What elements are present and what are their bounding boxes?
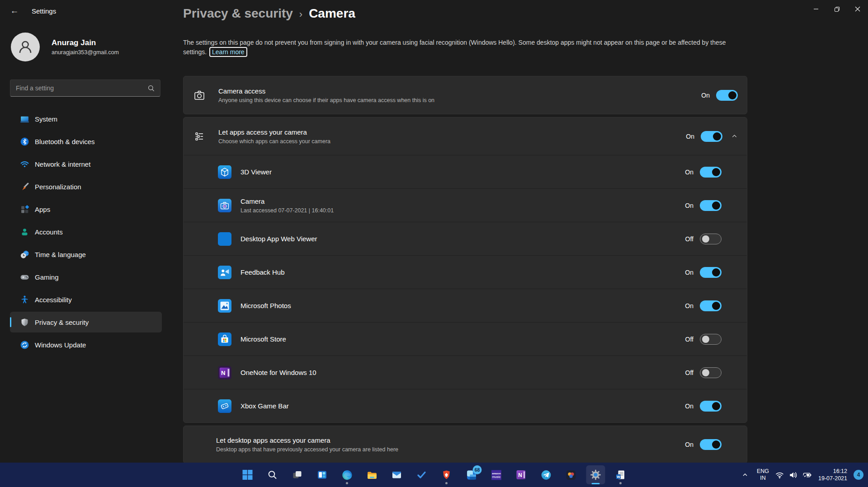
notification-count-badge: 68 [473, 465, 482, 474]
page-title: Camera [309, 6, 355, 21]
app-state: Off [685, 369, 693, 376]
widgets-icon [317, 469, 328, 480]
camera-access-card: Camera access Anyone using this device c… [183, 76, 747, 114]
edge-icon[interactable] [341, 469, 353, 481]
app-row-3d-viewer: 3D Viewer On [184, 155, 747, 188]
sidebar-item-label: Privacy & security [35, 318, 89, 326]
app-row-camera: Camera Last accessed 07-07-2021 | 16:40:… [184, 188, 747, 222]
app-name: Feedback Hub [241, 268, 685, 276]
sidebar-item-gaming[interactable]: Gaming [10, 267, 162, 287]
windows-logo-icon [242, 469, 253, 480]
app-name: 3D Viewer [241, 168, 685, 176]
telegram-icon[interactable] [540, 469, 552, 481]
sidebar-item-system[interactable]: System [10, 108, 162, 129]
start-button[interactable] [242, 469, 254, 481]
breadcrumb-parent[interactable]: Privacy & security [183, 6, 293, 21]
collapse-expander-button[interactable] [729, 131, 740, 142]
feedback-hub-toggle[interactable] [700, 267, 722, 278]
word-icon[interactable]: W [615, 469, 627, 481]
hidden-icons-button[interactable] [740, 469, 750, 480]
todo-icon[interactable] [416, 469, 428, 481]
app-name: Microsoft Photos [241, 302, 685, 309]
sidebar-item-personalization[interactable]: Personalization [10, 176, 162, 197]
davinci-resolve-icon[interactable] [565, 469, 577, 481]
sidebar-item-label: Bluetooth & devices [35, 138, 95, 145]
file-explorer-icon[interactable] [366, 469, 378, 481]
widgets-button[interactable] [316, 469, 328, 481]
search-box[interactable] [10, 80, 160, 97]
close-button[interactable] [847, 0, 868, 18]
close-icon [855, 6, 860, 12]
sidebar-item-bluetooth-devices[interactable]: Bluetooth & devices [10, 131, 162, 152]
3d-viewer-toggle[interactable] [700, 167, 722, 178]
let-apps-header[interactable]: Let apps access your camera Choose which… [184, 117, 747, 155]
brave-icon[interactable] [441, 469, 453, 481]
app-state: On [685, 269, 693, 276]
onenote-icon: N [218, 366, 231, 379]
learn-more-link[interactable]: Learn more [209, 47, 247, 57]
mail-icon[interactable] [391, 469, 403, 481]
minimize-button[interactable] [806, 0, 826, 18]
onenote-toggle[interactable] [700, 367, 722, 378]
notification-center-badge[interactable]: 4 [854, 470, 863, 480]
task-view-icon [292, 469, 303, 480]
back-button[interactable]: ← [7, 4, 22, 18]
app-name: Xbox Game Bar [241, 402, 685, 410]
sidebar-item-accounts[interactable]: Accounts [10, 221, 162, 242]
user-profile[interactable]: Anurag Jain anuragjain353@gmail.com [0, 22, 172, 61]
desktop-app-web-viewer-toggle[interactable] [700, 234, 722, 244]
news-icon[interactable]: 68 [466, 469, 477, 481]
toggle-knob [702, 336, 709, 343]
sidebar-item-privacy-security[interactable]: Privacy & security [10, 312, 162, 332]
restore-icon [834, 6, 840, 12]
user-name: Anurag Jain [52, 38, 119, 47]
sidebar-item-time-language[interactable]: Time & language [10, 244, 162, 265]
let-apps-title: Let apps access your camera [218, 128, 686, 136]
desktop-app-web-viewer-icon [218, 232, 231, 246]
sidebar-item-label: Accounts [35, 228, 63, 236]
gaming-icon [20, 272, 29, 282]
language-indicator[interactable]: ENG IN [757, 468, 769, 482]
app-name: Microsoft Store [241, 335, 685, 343]
camera-access-state: On [701, 92, 710, 99]
clock[interactable]: 16:12 19-07-2021 [818, 468, 847, 482]
search-icon [267, 469, 278, 480]
microsoft-store-toggle[interactable] [700, 334, 722, 345]
let-apps-subtitle: Choose which apps can access your camera [218, 138, 686, 145]
restore-button[interactable] [826, 0, 847, 18]
tray-status-icons[interactable] [775, 471, 812, 479]
toggle-knob [702, 369, 709, 376]
region-code: IN [757, 475, 769, 482]
toggle-knob [712, 402, 720, 410]
let-desktop-apps-toggle[interactable] [700, 439, 722, 450]
tray-time: 16:12 [818, 468, 847, 475]
sidebar-item-apps[interactable]: Apps [10, 199, 162, 220]
xbox-game-bar-toggle[interactable] [700, 401, 722, 412]
settings-taskbar-icon[interactable] [590, 469, 602, 481]
selected-accent-bar [10, 317, 11, 327]
onenote-taskbar-icon[interactable]: N [515, 469, 527, 481]
windows-update-icon [20, 340, 29, 350]
sidebar-item-windows-update[interactable]: Windows Update [10, 334, 162, 355]
camera-settings-page: Privacy & security › Camera The settings… [172, 0, 747, 463]
sidebar-item-label: Network & internet [35, 160, 90, 168]
battery-icon [802, 471, 812, 479]
sidebar-item-network-internet[interactable]: Network & internet [10, 154, 162, 174]
language-code: ENG [757, 468, 769, 475]
task-view-button[interactable] [292, 469, 303, 481]
toggle-knob [713, 132, 721, 140]
amazon-music-icon[interactable]: amazon music [491, 469, 502, 481]
camera-access-toggle[interactable] [716, 90, 738, 101]
let-apps-toggle[interactable] [701, 131, 722, 142]
search-input[interactable] [10, 84, 148, 92]
sidebar-item-accessibility[interactable]: Accessibility [10, 289, 162, 310]
microsoft-photos-toggle[interactable] [700, 300, 722, 311]
svg-text:W: W [617, 475, 620, 479]
taskbar-search-button[interactable] [267, 469, 278, 481]
camera-app-toggle[interactable] [700, 200, 722, 211]
xbox-game-bar-icon [218, 399, 231, 413]
app-state: Off [685, 336, 693, 343]
let-desktop-apps-card: Let desktop apps access your camera Desk… [183, 426, 747, 463]
sidebar-item-label: Windows Update [35, 341, 86, 349]
app-row-feedback-hub: Feedback Hub On [184, 255, 747, 289]
